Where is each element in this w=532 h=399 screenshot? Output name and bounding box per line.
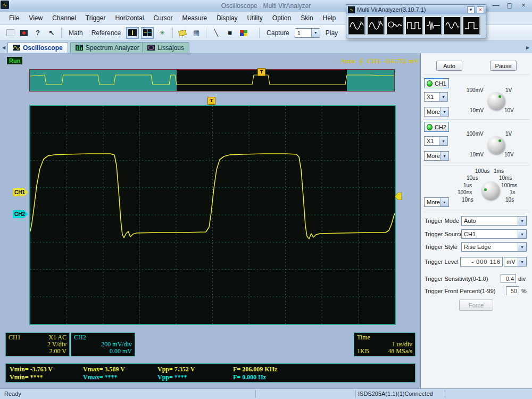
measure-grid-button[interactable]: ▦ <box>190 27 202 39</box>
palette-yellow <box>244 33 247 36</box>
ch2-led-icon <box>427 124 433 130</box>
measurement-box: Vmin= -3.763 V Vmax= 3.589 V Vpp= 7.352 … <box>5 363 415 383</box>
ch2-position-tag[interactable]: CH2 <box>13 210 28 218</box>
line-style-button[interactable]: ╲ <box>210 27 222 39</box>
ch2-offset: 0.00 mV <box>110 348 132 355</box>
menu-help[interactable]: Help <box>318 13 341 23</box>
tab-spectrum-analyzer[interactable]: Spectrum Analyzer <box>70 42 145 53</box>
tab-oscilloscope[interactable]: Oscilloscope <box>7 42 68 53</box>
ch2-name: CH2 <box>74 334 86 341</box>
tabbar: ◀ Oscilloscope Spectrum Analyzer Lissajo… <box>0 41 532 54</box>
floating-titlebar[interactable]: ∿ Multi VirAnalyzer(3.10.7.1) ▼ × <box>346 5 486 14</box>
chevron-down-icon: ▼ <box>518 257 526 266</box>
reference-button[interactable]: Reference <box>88 28 124 38</box>
label-tag-button[interactable] <box>177 27 188 39</box>
help-button[interactable]: ? <box>32 27 44 39</box>
pulse-edge-wave-button[interactable] <box>462 16 480 35</box>
time-knob-label-10ms: 10ms <box>499 175 512 181</box>
trigger-time-marker[interactable]: T <box>207 97 215 105</box>
status-ready: Ready <box>4 390 21 397</box>
timebase-knob[interactable] <box>481 181 500 200</box>
square-wave-button[interactable] <box>405 16 423 35</box>
auto-setup-button[interactable]: Auto <box>436 61 462 71</box>
capture-count-select[interactable]: 1 ▼ <box>295 28 320 38</box>
time-more-select[interactable]: More ▼ <box>424 197 449 207</box>
trigger-mode-select[interactable]: Auto ▼ <box>461 216 527 226</box>
buffer-overview-strip[interactable] <box>29 69 395 92</box>
menu-channel[interactable]: Channel <box>47 13 81 23</box>
minimize-button[interactable]: — <box>489 1 502 10</box>
record-button[interactable] <box>18 27 30 39</box>
measure-freq-ch2: F= 0.000 Hz <box>233 373 266 381</box>
chevron-down-icon: ▼ <box>440 107 448 116</box>
ch1-volts-knob[interactable] <box>487 92 505 110</box>
ch2-more-select[interactable]: More ▼ <box>424 151 449 161</box>
trigger-style-select[interactable]: Rise Edge ▼ <box>461 242 527 252</box>
ch1-enable-button[interactable]: CH1 <box>424 78 449 88</box>
tab-lissajous[interactable]: Lissajous <box>142 42 189 53</box>
floating-close-button[interactable]: × <box>477 6 484 13</box>
options-star-button[interactable]: ✳ <box>156 27 169 39</box>
pages-icon[interactable] <box>4 27 16 39</box>
math-button[interactable]: Math <box>65 28 86 38</box>
menu-trigger[interactable]: Trigger <box>81 13 111 23</box>
cursor-arrow-button[interactable]: ↖ <box>46 27 57 39</box>
sweep-sine-icon: S <box>349 19 364 32</box>
ch2-gain-select[interactable]: X1 ▼ <box>424 136 448 146</box>
svg-text:S: S <box>360 20 362 24</box>
maximize-button[interactable]: ▢ <box>503 1 516 10</box>
chevron-down-icon: ▼ <box>440 152 448 160</box>
trigger-level-input[interactable]: - 000 116 <box>460 257 503 267</box>
pause-button[interactable]: Pause <box>490 61 517 71</box>
ch1-position-tag[interactable]: CH1 <box>13 188 28 196</box>
force-trigger-button[interactable]: Force <box>459 300 493 311</box>
trigger-level-label: Trigger Level <box>425 259 459 265</box>
trigger-level-unit-value: mV <box>504 259 516 265</box>
trigger-level-unit-select[interactable]: mV ▼ <box>504 257 527 267</box>
am-wave-button[interactable] <box>386 16 404 35</box>
tab-scroll-left[interactable]: ◀ <box>1 43 7 52</box>
color-palette-button[interactable] <box>238 27 250 39</box>
trigger-front-input[interactable]: 50 <box>506 286 519 295</box>
panel-divider <box>423 119 529 120</box>
burst-wave-button[interactable] <box>424 16 442 35</box>
ch2-knob-label-10v: 10V <box>504 152 514 157</box>
split-view-button[interactable] <box>141 27 154 39</box>
sweep-sine-wave-button[interactable]: S <box>347 16 365 35</box>
ch2-volts-knob[interactable] <box>487 136 505 154</box>
ch1-more-select[interactable]: More ▼ <box>424 107 449 117</box>
ch1-gain-select[interactable]: X1 ▼ <box>424 92 448 102</box>
menu-file[interactable]: File <box>4 13 24 23</box>
close-button[interactable]: × <box>517 1 530 10</box>
svg-text:M: M <box>378 20 381 24</box>
menu-cursor[interactable]: Cursor <box>148 13 177 23</box>
trigger-source-value: CH1 <box>462 231 476 237</box>
ch2-enable-button[interactable]: CH2 <box>424 122 449 132</box>
stop-button[interactable]: ■ <box>224 27 236 39</box>
ch2-knob-label-1v: 1V <box>505 131 512 137</box>
menu-horizontal[interactable]: Horizontal <box>110 13 148 23</box>
trigger-source-select[interactable]: CH1 ▼ <box>461 229 527 239</box>
menu-skin[interactable]: Skin <box>296 13 318 23</box>
modulated-sine-wave-button[interactable]: M <box>367 16 385 35</box>
menu-option[interactable]: Option <box>268 13 296 23</box>
play-button[interactable]: Play <box>322 28 341 38</box>
trigger-position-marker[interactable]: T <box>257 68 265 76</box>
burst-wave-icon <box>426 19 440 32</box>
menu-measure[interactable]: Measure <box>177 13 212 23</box>
spectrum-tab-icon <box>76 45 83 51</box>
split-view-icon <box>143 29 152 36</box>
time-knob-label-10ns: 10ns <box>462 197 473 203</box>
menu-display[interactable]: Display <box>212 13 242 23</box>
single-view-button[interactable] <box>126 27 139 39</box>
menu-utility[interactable]: Utility <box>243 13 268 23</box>
status-device: ISDS205A(1.1)(1)Connected <box>358 390 433 397</box>
menu-view[interactable]: View <box>24 13 47 23</box>
trigger-sensitivity-input[interactable]: 0.4 <box>501 274 516 283</box>
floating-dropdown-button[interactable]: ▼ <box>467 6 475 13</box>
sine-wave-button[interactable] <box>443 16 461 35</box>
ch1-knob-label-100mv: 100mV <box>467 87 484 93</box>
trigger-style-label: Trigger Style <box>425 244 458 250</box>
tab-scroll-right[interactable]: ▶ <box>525 43 531 52</box>
trigger-level-arrow[interactable] <box>395 193 402 200</box>
